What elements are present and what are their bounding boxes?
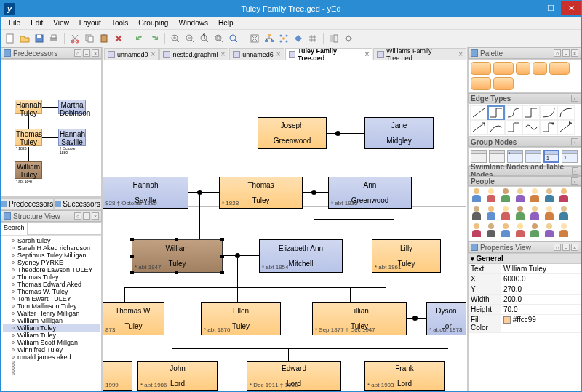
- tree-item[interactable]: Sarah H Aked richardson: [3, 244, 100, 252]
- successors-tab[interactable]: Successors: [54, 198, 102, 210]
- new-doc-button[interactable]: [4, 32, 17, 45]
- tree-item[interactable]: [3, 372, 100, 375]
- node-joseph[interactable]: JosephGreenwood: [258, 117, 327, 149]
- menu-view[interactable]: View: [48, 17, 74, 28]
- node-edward[interactable]: EdwardLord* Dec 1911 † 1983: [247, 361, 341, 391]
- save-button[interactable]: [33, 32, 46, 45]
- person-icon[interactable]: [528, 206, 541, 222]
- person-icon[interactable]: [557, 188, 570, 204]
- person-icon[interactable]: [485, 188, 498, 204]
- tree-item[interactable]: Thomas W. Tuley: [3, 288, 100, 295]
- group-node-selected[interactable]: 1: [543, 150, 559, 163]
- property-row[interactable]: TextWilliam Tuley: [469, 264, 581, 274]
- person-icon[interactable]: [499, 223, 512, 239]
- menu-help[interactable]: Help: [213, 17, 239, 28]
- edge-type[interactable]: [540, 105, 557, 120]
- minimize-panel-button[interactable]: –: [83, 49, 90, 57]
- close-tab-icon[interactable]: ×: [276, 50, 281, 58]
- tree-item[interactable]: William Tuley: [3, 324, 100, 332]
- shape-roundrect[interactable]: [471, 77, 491, 90]
- edge-type[interactable]: [470, 120, 487, 135]
- document-tab[interactable]: unnamed0×: [104, 48, 159, 60]
- tree-item[interactable]: Thomas Edward Aked: [3, 281, 100, 288]
- tree-item[interactable]: Septimus Tuley Milligan: [3, 252, 100, 259]
- toggle-view-button[interactable]: [327, 32, 340, 45]
- predecessors-tab[interactable]: Predecessors: [1, 198, 54, 210]
- node-frank[interactable]: FrankLord* abt 1903: [364, 361, 445, 391]
- node-william-selected[interactable]: WilliamTuley* abt 1847: [132, 239, 223, 273]
- node-ann[interactable]: AnnGreenwood* abt 1830: [328, 177, 412, 209]
- property-row[interactable]: Width200.0: [469, 295, 581, 305]
- person-icon[interactable]: [485, 206, 498, 222]
- document-tab[interactable]: nested.graphml×: [159, 48, 228, 60]
- node-elizabeth[interactable]: Elizabeth AnnMitchell* abt 1854: [259, 239, 343, 273]
- group-nodes-header[interactable]: Group Nodes◦: [468, 137, 581, 147]
- close-tab-icon[interactable]: ×: [458, 50, 463, 58]
- close-tab-icon[interactable]: ×: [365, 50, 370, 58]
- pin-icon[interactable]: ○: [74, 212, 81, 220]
- minimize-panel-button[interactable]: –: [562, 49, 570, 57]
- person-icon[interactable]: [485, 223, 498, 239]
- edge-type[interactable]: [470, 105, 487, 120]
- zoom-fit-button[interactable]: [212, 32, 226, 45]
- menu-file[interactable]: File: [4, 17, 25, 28]
- node-jane[interactable]: JaneMidgley: [364, 117, 434, 149]
- tree-item[interactable]: Tom Ewart TULEY: [3, 295, 100, 303]
- tree-item[interactable]: Winnifred Tuley: [3, 346, 100, 353]
- person-icon[interactable]: [543, 206, 556, 222]
- node-hannah[interactable]: HannahSaville828 † October 1880: [103, 177, 188, 209]
- pin-icon[interactable]: ○: [74, 49, 81, 57]
- menu-tools[interactable]: Tools: [106, 17, 133, 28]
- zoom-reset-button[interactable]: 1: [198, 32, 211, 45]
- palette-header[interactable]: Palette ○ – ×: [468, 47, 581, 59]
- person-icon[interactable]: [528, 188, 541, 204]
- edge-type[interactable]: [487, 120, 505, 135]
- group-node[interactable]: 1: [562, 150, 578, 163]
- predecessors-minimap[interactable]: HannahTuley MarthaDobinson ThomasTuley* …: [1, 59, 102, 197]
- properties-header[interactable]: Properties View ○ – ×: [468, 241, 581, 253]
- tree-item[interactable]: Tom Mallinson Tuley: [3, 303, 100, 310]
- person-icon[interactable]: [499, 188, 512, 204]
- node-lilly[interactable]: LillyTuley* abt 1861: [372, 239, 441, 273]
- person-icon[interactable]: [543, 188, 556, 204]
- people-palette[interactable]: [468, 186, 581, 241]
- close-panel-button[interactable]: ×: [571, 244, 578, 251]
- fit-content-button[interactable]: [248, 32, 261, 45]
- group-node[interactable]: –: [489, 150, 505, 163]
- swimlane-header[interactable]: Swimlane Nodes and Table Nodes◦: [468, 166, 581, 176]
- property-row[interactable]: Fill Color #ffcc99: [469, 315, 581, 333]
- node-thomasw[interactable]: Thomas W.Tuley873: [103, 302, 164, 335]
- person-icon[interactable]: [470, 223, 483, 239]
- tree-item[interactable]: Theodore Lawson TULEY: [3, 266, 100, 273]
- minimize-panel-button[interactable]: –: [562, 244, 570, 251]
- node-dyson[interactable]: DysonLor* about 1878: [426, 302, 466, 335]
- tree-item[interactable]: Sarah tuley: [3, 237, 100, 244]
- redo-button[interactable]: [148, 32, 161, 45]
- properties-section[interactable]: ▾ General: [469, 254, 581, 264]
- close-button[interactable]: ✕: [561, 1, 581, 15]
- menu-layout[interactable]: Layout: [74, 17, 106, 28]
- property-row[interactable]: X6000.0: [469, 274, 581, 284]
- edge-type[interactable]: [522, 120, 540, 135]
- edge-types-header[interactable]: Edge Types◦: [468, 93, 581, 103]
- shape-roundrect[interactable]: [493, 62, 514, 75]
- node-john[interactable]: JohnLord* abt 1906: [137, 361, 218, 391]
- settings-button[interactable]: [342, 32, 355, 45]
- document-tab[interactable]: Williams Family Tree.ged×: [373, 48, 466, 60]
- tree-item[interactable]: Thomas Tuley: [3, 273, 100, 281]
- document-tab[interactable]: Tuley Family Tree.ged×: [285, 48, 373, 60]
- cut-button[interactable]: [68, 32, 81, 45]
- zoom-out-button[interactable]: [183, 32, 196, 45]
- menu-edit[interactable]: Edit: [25, 17, 48, 28]
- edge-type[interactable]: [505, 105, 522, 120]
- edge-type[interactable]: [505, 120, 522, 135]
- close-panel-button[interactable]: ×: [571, 49, 578, 57]
- node-partial[interactable]: 1999: [103, 361, 132, 391]
- layout-hierarchic-button[interactable]: [263, 32, 276, 45]
- structure-panel-header[interactable]: Structure View ○ – ×: [1, 210, 102, 222]
- person-icon[interactable]: [514, 188, 527, 204]
- search-input[interactable]: [27, 223, 102, 235]
- group-node[interactable]: +: [507, 150, 523, 163]
- menu-grouping[interactable]: Grouping: [133, 17, 173, 28]
- person-icon[interactable]: [470, 188, 483, 204]
